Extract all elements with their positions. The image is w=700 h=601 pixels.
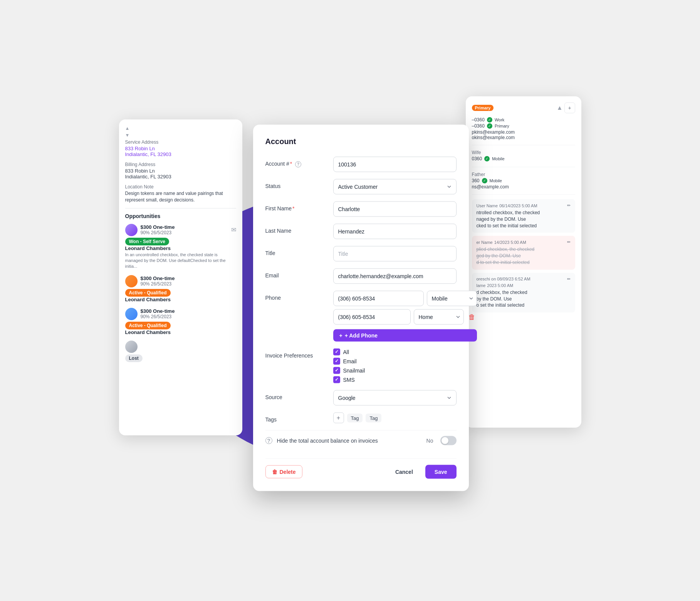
service-address-label: Service Address — [125, 139, 236, 145]
edit-icon[interactable]: ✏ — [567, 203, 571, 208]
status-row: Status Active Customer Inactive Prospect… — [265, 179, 457, 195]
opportunity-card: $300 One-time 90% 26/5/2023 Active - Qua… — [125, 308, 236, 335]
edit-icon[interactable]: ✏ — [567, 240, 571, 245]
invoice-email-checkbox[interactable] — [333, 358, 340, 365]
trash-icon: 🗑 — [272, 469, 277, 475]
note-text: d checkbox, the checkedby the DOM. Useo … — [477, 289, 571, 309]
tag-badge: Tag — [347, 413, 363, 422]
avatar — [125, 275, 138, 287]
tag-badge: Tag — [366, 413, 381, 422]
invoice-all-option[interactable]: All — [333, 349, 457, 356]
invoice-all-checkbox[interactable] — [333, 349, 340, 356]
opp-name: Leonard Chambers — [125, 329, 236, 335]
last-name-input[interactable] — [333, 224, 457, 239]
phone-row-1: Mobile Home Work Other — [333, 291, 477, 306]
title-label: Title — [265, 246, 327, 256]
relation-label: Father — [472, 172, 575, 177]
invoice-snailmail-option[interactable]: Snailmail — [333, 367, 457, 374]
left-background-panel: ▲ ▼ Service Address 833 Robin Ln Indiala… — [119, 119, 242, 435]
avatar — [125, 224, 138, 236]
invoice-prefs-container: All Email Snailmail SMS — [333, 349, 457, 383]
verified-icon: ✓ — [484, 156, 490, 161]
hide-balance-row: ? Hide the total account balance on invo… — [265, 430, 457, 451]
contact-type: Work — [495, 118, 504, 122]
contact-item: –0360 ✓ Work –0360 ✓ Primary pkins@examp… — [472, 117, 575, 145]
service-address-line1[interactable]: 833 Robin Ln — [125, 146, 236, 151]
chevron-up-icon[interactable]: ▲ — [557, 104, 563, 111]
edit-icon[interactable]: ✏ — [567, 277, 571, 282]
tags-container: + Tag Tag — [333, 413, 457, 423]
avatar — [125, 341, 138, 353]
opportunities-title: Opportunities — [125, 213, 236, 219]
account-number-label: Account #* ? — [265, 157, 327, 168]
opportunity-card: $300 One-time 90% 26/5/2023 Active - Qua… — [125, 275, 236, 302]
location-note-text: Design tokens are name and value pairing… — [125, 190, 236, 203]
opp-amount: $300 One-time — [141, 308, 175, 314]
invoice-email-option[interactable]: Email — [333, 358, 457, 365]
status-select[interactable]: Active Customer Inactive Prospect Lead — [333, 179, 457, 195]
add-note-button[interactable]: + — [564, 102, 575, 113]
delete-phone-icon[interactable]: 🗑 — [467, 311, 477, 322]
invoice-snailmail-checkbox[interactable] — [333, 367, 340, 374]
invoice-prefs-row: Invoice Preferences All Email Snailmail … — [265, 349, 457, 383]
hide-balance-toggle[interactable] — [440, 436, 457, 445]
delete-button[interactable]: 🗑 Delete — [265, 465, 302, 478]
add-phone-button[interactable]: + + Add Phone — [333, 329, 477, 342]
verified-icon: ✓ — [487, 123, 492, 129]
account-number-input[interactable] — [333, 157, 457, 172]
phone-input-2[interactable] — [333, 309, 411, 325]
chevron-up-icon[interactable]: ▲ — [125, 126, 236, 131]
save-button[interactable]: Save — [425, 465, 457, 479]
note-username: er Name — [477, 240, 493, 245]
status-badge: Active - Qualified — [125, 322, 171, 329]
note-card: User Name 06/14/2023 5:00 AM ✏ ntrolled … — [472, 199, 575, 233]
opportunity-card: Lost — [125, 341, 236, 362]
title-input[interactable] — [333, 246, 457, 262]
plus-icon: + — [339, 332, 342, 339]
invoice-sms-option[interactable]: SMS — [333, 376, 457, 383]
help-icon[interactable]: ? — [295, 161, 301, 167]
phone-type-select-1[interactable]: Mobile Home Work Other — [427, 291, 477, 306]
source-select[interactable]: Google Facebook Referral Other — [333, 390, 457, 406]
phone-text: 0360 — [472, 156, 482, 161]
account-modal: Account Account #* ? Status Active Custo… — [253, 125, 469, 491]
service-address-line2[interactable]: Indialantic, FL 32903 — [125, 151, 236, 157]
contact-type: Primary — [495, 124, 509, 128]
add-tag-button[interactable]: + — [333, 413, 344, 423]
email-input[interactable] — [333, 269, 457, 284]
note-username: User Name — [477, 203, 498, 208]
phone-text: –0360 — [472, 117, 485, 123]
contact-type: Mobile — [492, 156, 504, 161]
opp-date: 90% 26/5/2023 — [141, 230, 175, 235]
avatar — [125, 308, 138, 320]
envelope-icon[interactable]: ✉ — [231, 226, 236, 233]
note-date: 14/2023 5:00 AM — [494, 240, 526, 245]
first-name-input[interactable] — [333, 201, 457, 217]
phone-input-1[interactable] — [333, 291, 424, 306]
email-text: pkins@example.com — [472, 129, 575, 135]
status-badge: Active - Qualified — [125, 289, 171, 297]
invoice-sms-checkbox[interactable] — [333, 376, 340, 383]
phone-text: –0360 — [472, 123, 485, 129]
location-note-label: Location Note — [125, 184, 236, 190]
opp-desc: In an uncontrolled checkbox, the checked… — [125, 252, 236, 270]
email-text: okins@example.com — [472, 135, 575, 140]
verified-icon: ✓ — [482, 178, 487, 183]
opp-date: 90% 26/5/2023 — [141, 314, 175, 319]
phone-label: Phone — [265, 291, 327, 301]
last-name-row: Last Name — [265, 224, 457, 239]
source-label: Source — [265, 390, 327, 400]
tags-row: Tags + Tag Tag — [265, 413, 457, 423]
opp-amount: $300 One-time — [141, 275, 175, 281]
note-card: oreschi on 08/09/23 6:52 AM ✏ lame 2023 … — [472, 273, 575, 312]
account-number-row: Account #* ? — [265, 157, 457, 172]
help-icon[interactable]: ? — [265, 437, 272, 444]
note-username: lame — [477, 283, 486, 288]
cancel-button[interactable]: Cancel — [388, 465, 421, 479]
chevron-down-icon[interactable]: ▼ — [125, 133, 236, 138]
phone-type-select-2[interactable]: Mobile Home Work Other — [414, 309, 464, 325]
status-label: Status — [265, 179, 327, 189]
relation-label: Wife — [472, 150, 575, 155]
footer-actions: Cancel Save — [388, 465, 457, 479]
note-author: oreschi on 08/09/23 6:52 AM — [477, 277, 530, 281]
